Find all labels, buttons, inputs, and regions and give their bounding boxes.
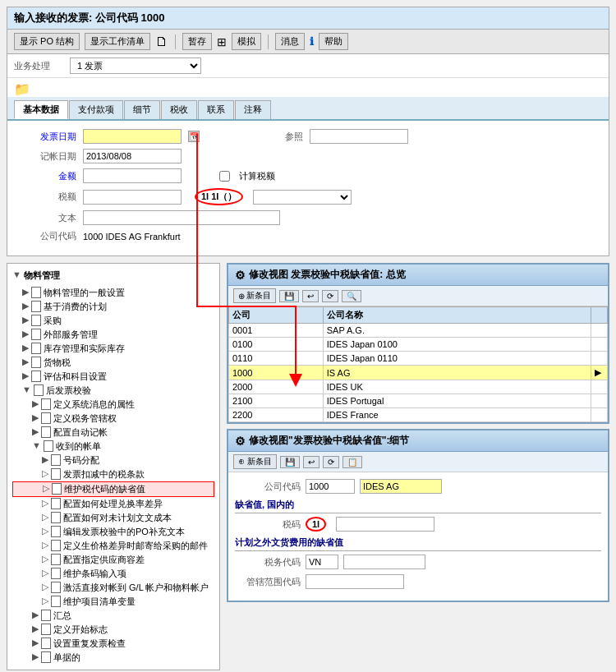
- invoice-date-row: 发票日期 📅 参照: [19, 129, 597, 144]
- tab-basic-data[interactable]: 基本数据: [14, 100, 68, 119]
- table-row[interactable]: 0001 SAP A.G.: [229, 324, 608, 338]
- dlg1-save-btn[interactable]: 💾: [279, 290, 299, 302]
- tree-item-maintain-tax[interactable]: ▷ 维护税代码的缺省值: [12, 481, 214, 497]
- tree-item-inv[interactable]: ▶ 库存管理和实际库存: [12, 342, 214, 356]
- section2-header: 计划之外文货费用的缺省值: [235, 536, 601, 551]
- tree-item-tax-juris[interactable]: ▶ 定义税务管辖权: [12, 412, 214, 426]
- hold-btn[interactable]: 暂存: [182, 33, 212, 50]
- tree-item-eval[interactable]: ▶ 评估和科目设置: [12, 370, 214, 384]
- detail-tax-circled: 1I: [306, 517, 326, 532]
- detail-tax-input[interactable]: [336, 517, 434, 532]
- tree-item-sys-msg[interactable]: ▶ 定义系统消息的属性: [12, 398, 214, 412]
- tax-code-select[interactable]: [253, 190, 352, 205]
- tree-item-num-assign[interactable]: ▶ 号码分配: [12, 453, 214, 467]
- tree-item-received-bills[interactable]: ▼ 收到的帐单: [12, 440, 214, 453]
- arrow-icon16: ▷: [42, 498, 48, 509]
- tree-item-purchase[interactable]: ▶ 采购: [12, 314, 214, 328]
- doc-icon17: [51, 512, 61, 523]
- doc-icon24: [41, 610, 51, 621]
- tab-tax[interactable]: 税收: [161, 100, 197, 119]
- table-row[interactable]: 0110 IDES Japan 0110: [229, 352, 608, 366]
- doc-icon18: [51, 526, 61, 537]
- dlg2-undo-btn[interactable]: ↩: [303, 456, 319, 468]
- simulate-btn[interactable]: 模拟: [232, 33, 261, 50]
- folder-icon: 📁: [14, 81, 30, 97]
- col-company-name: 公司名称: [323, 307, 591, 324]
- tree-root[interactable]: ▼ 物料管理: [12, 269, 214, 283]
- table-row[interactable]: 2200 IDES France: [229, 408, 608, 422]
- tree-item-auto-acct[interactable]: ▶ 配置自动记帐: [12, 426, 214, 440]
- tree-item-tax-terms[interactable]: ▷ 发票扣减中的税条款: [12, 467, 214, 481]
- company-name-cell: IDES Japan 0100: [323, 338, 591, 352]
- post-date-label: 记帐日期: [19, 150, 76, 163]
- dlg1-undo-btn[interactable]: ↩: [302, 290, 319, 302]
- tax-code-display: 1I 1I（）: [195, 188, 243, 205]
- doc-icon22: [51, 582, 61, 593]
- calc-tax-checkbox[interactable]: [219, 171, 230, 182]
- doc-icon7: [31, 371, 41, 382]
- help-btn[interactable]: 帮助: [319, 33, 348, 50]
- invoice-date-input[interactable]: [83, 129, 182, 144]
- tree-item-goods-tax[interactable]: ▶ 货物税: [12, 356, 214, 370]
- detail-tax2-input[interactable]: [306, 555, 338, 569]
- tree-item-barcode[interactable]: ▷ 维护条码输入项: [12, 567, 214, 581]
- dlg2-refresh-btn[interactable]: ⟳: [323, 456, 339, 468]
- tab-details[interactable]: 细节: [124, 100, 160, 119]
- arrow-icon15: ▷: [43, 483, 49, 494]
- dlg2-save-btn[interactable]: 💾: [280, 456, 300, 468]
- biz-process-select[interactable]: 1 发票: [70, 58, 201, 74]
- tree-item-logistic-iv[interactable]: ▼ 后发票校验: [12, 384, 214, 398]
- table-row[interactable]: 2100 IDES Portugal: [229, 394, 608, 408]
- section1-header: 缺省值, 国内的: [235, 499, 601, 513]
- detail-company-code-input[interactable]: [306, 479, 355, 494]
- invoice-entry-panel: 输入接收的发票: 公司代码 1000 显示 PO 结构 显示工作清单 🗋 暂存 …: [7, 7, 609, 256]
- tree-item-label27: 单据的: [53, 651, 80, 664]
- tree-item-plan[interactable]: ▶ 基于消费的计划: [12, 300, 214, 314]
- tree-item-exch-rate[interactable]: ▷ 配置如何处理兑换率差异: [12, 497, 214, 511]
- dlg1-new-btn[interactable]: ⊕ 新条目: [233, 288, 276, 303]
- tree-item-tolerance[interactable]: ▷ 配置指定供应商容差: [12, 553, 214, 567]
- tab-contact[interactable]: 联系: [198, 100, 234, 119]
- text-input[interactable]: [83, 210, 280, 225]
- tree-item-po-suppl[interactable]: ▷ 编辑发票校验中的PO补充文本: [12, 525, 214, 539]
- table-row[interactable]: 1000 IS AG ▶: [229, 366, 608, 380]
- bottom-section: ▼ 物料管理 ▶ 物料管理的一般设置 ▶ 基于消费的计划 ▶ 采购 ▶: [7, 263, 609, 670]
- tree-item-start-flag[interactable]: ▶ 定义开始标志: [12, 623, 214, 637]
- dlg2-new-btn[interactable]: ⊕ 新条目: [233, 454, 277, 469]
- company-name-cell: IDES Portugal: [323, 394, 591, 408]
- doc-icon4: [31, 329, 41, 340]
- amount-input[interactable]: [83, 168, 182, 183]
- tree-item-general[interactable]: ▶ 物料管理的一般设置: [12, 286, 214, 300]
- tree-item-gl-acct[interactable]: ▷ 激活直接对帐到 G/L 帐户和物料帐户: [12, 581, 214, 595]
- ref-input[interactable]: [310, 129, 408, 144]
- dlg1-detail-btn[interactable]: 🔍: [342, 290, 361, 302]
- messages-btn[interactable]: 消息: [275, 33, 305, 50]
- detail-mgmt-input[interactable]: [306, 574, 404, 589]
- tree-item-label12: 收到的帐单: [56, 440, 101, 453]
- col-flag: [591, 307, 608, 324]
- post-date-input[interactable]: [83, 149, 182, 163]
- tax-input[interactable]: [83, 190, 182, 205]
- table-row[interactable]: 0100 IDES Japan 0100: [229, 338, 608, 352]
- tree-item-single-doc[interactable]: ▶ 单据的: [12, 651, 214, 665]
- tree-item-price-diff[interactable]: ▷ 定义生价格差异时邮寄给采购的邮件: [12, 539, 214, 553]
- show-po-structure-btn[interactable]: 显示 PO 结构: [14, 33, 80, 50]
- tab-payment[interactable]: 支付款项: [69, 100, 123, 119]
- detail-mgmt-label: 管辖范围代码: [235, 576, 301, 588]
- table-row[interactable]: 2000 IDES UK: [229, 380, 608, 394]
- detail-company-name-input[interactable]: [360, 479, 442, 494]
- detail-tax2-name-input[interactable]: [343, 555, 425, 569]
- tree-item-label24: 汇总: [53, 610, 71, 622]
- dlg2-copy-btn[interactable]: 📋: [342, 456, 362, 468]
- tab-notes[interactable]: 注释: [235, 100, 271, 119]
- tree-item-unplan-cost[interactable]: ▷ 配置如何对未计划文文成本: [12, 511, 214, 525]
- show-worklist-btn[interactable]: 显示工作清单: [85, 33, 150, 50]
- arrow-icon7: ▶: [22, 371, 29, 381]
- tree-item-dup-check[interactable]: ▶ 设置重复发票检查: [12, 637, 214, 651]
- tree-item-summary[interactable]: ▶ 汇总: [12, 609, 214, 623]
- tree-item-ext-svc[interactable]: ▶ 外部服务管理: [12, 328, 214, 342]
- calendar-icon[interactable]: 📅: [188, 131, 200, 142]
- tree-item-proj-list[interactable]: ▷ 维护项目清单变量: [12, 595, 214, 609]
- dlg1-refresh-btn[interactable]: ⟳: [322, 290, 338, 302]
- info-icon: ℹ: [310, 35, 314, 48]
